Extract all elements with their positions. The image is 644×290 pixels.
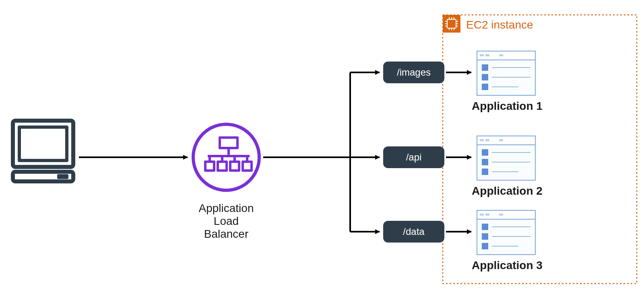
svg-rect-58 <box>482 224 488 230</box>
svg-rect-34 <box>485 54 489 56</box>
app1-label: Application 1 <box>471 100 543 113</box>
app2-label: Application 2 <box>471 185 543 197</box>
svg-rect-44 <box>480 139 484 141</box>
app-panels <box>0 0 644 290</box>
svg-rect-49 <box>482 159 488 165</box>
architecture-diagram: Application Load Balancer EC2 instance /… <box>0 0 644 290</box>
svg-rect-55 <box>480 214 484 216</box>
svg-rect-40 <box>482 84 488 90</box>
svg-rect-35 <box>499 54 503 56</box>
svg-rect-60 <box>482 233 488 240</box>
svg-rect-46 <box>499 139 503 141</box>
app-panel-1 <box>477 51 535 95</box>
app-panel-2 <box>477 136 535 180</box>
svg-rect-38 <box>482 74 488 80</box>
app3-label: Application 3 <box>471 259 543 272</box>
svg-rect-33 <box>480 54 484 56</box>
svg-rect-62 <box>482 243 488 249</box>
svg-rect-45 <box>485 139 489 141</box>
svg-rect-36 <box>482 64 488 71</box>
app-panel-3 <box>477 210 535 255</box>
svg-rect-51 <box>482 169 488 175</box>
svg-rect-47 <box>482 149 488 156</box>
svg-rect-57 <box>499 214 503 216</box>
svg-rect-56 <box>485 214 489 216</box>
